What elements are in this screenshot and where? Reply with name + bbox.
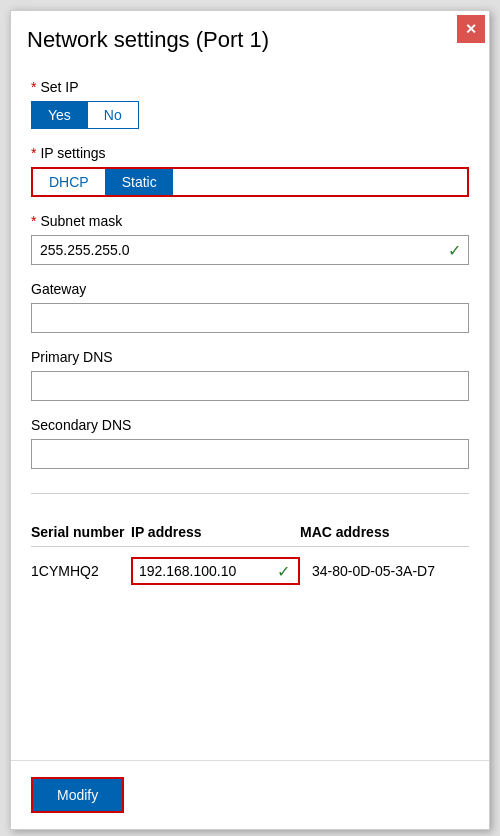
dialog-title: Network settings (Port 1) (27, 27, 269, 53)
modify-button[interactable]: Modify (31, 777, 124, 813)
mac-address-cell: 34-80-0D-05-3A-D7 (300, 563, 469, 579)
col-mac-header: MAC address (300, 524, 469, 540)
ip-settings-group: *IP settings DHCP Static (31, 145, 469, 197)
subnet-mask-wrapper: ✓ (31, 235, 469, 265)
secondary-dns-wrapper (31, 439, 469, 469)
close-icon: ✕ (465, 21, 477, 37)
set-ip-toggle: Yes No (31, 101, 469, 129)
primary-dns-label: Primary DNS (31, 349, 469, 365)
ip-address-value: 192.168.100.10 (139, 563, 292, 579)
subnet-mask-input[interactable] (31, 235, 469, 265)
gateway-group: Gateway (31, 281, 469, 333)
set-ip-group: *Set IP Yes No (31, 79, 469, 129)
subnet-mask-group: *Subnet mask ✓ (31, 213, 469, 265)
primary-dns-group: Primary DNS (31, 349, 469, 401)
static-button[interactable]: Static (106, 169, 173, 195)
set-ip-no-button[interactable]: No (87, 101, 139, 129)
primary-dns-wrapper (31, 371, 469, 401)
subnet-mask-label: *Subnet mask (31, 213, 469, 229)
col-serial-header: Serial number (31, 524, 131, 540)
gateway-input[interactable] (31, 303, 469, 333)
secondary-dns-input[interactable] (31, 439, 469, 469)
close-button[interactable]: ✕ (457, 15, 485, 43)
gateway-label: Gateway (31, 281, 469, 297)
dhcp-button[interactable]: DHCP (33, 169, 106, 195)
secondary-dns-group: Secondary DNS (31, 417, 469, 469)
device-table: Serial number IP address MAC address 1CY… (31, 518, 469, 595)
ip-address-cell: 192.168.100.10 ✓ (131, 557, 300, 585)
primary-dns-input[interactable] (31, 371, 469, 401)
network-settings-dialog: ✕ Network settings (Port 1) *Set IP Yes … (10, 10, 490, 830)
serial-number-cell: 1CYMHQ2 (31, 563, 131, 579)
ip-settings-label: *IP settings (31, 145, 469, 161)
table-row: 1CYMHQ2 192.168.100.10 ✓ 34-80-0D-05-3A-… (31, 547, 469, 595)
subnet-mask-checkmark: ✓ (448, 241, 461, 260)
footer: Modify (11, 760, 489, 829)
table-header: Serial number IP address MAC address (31, 518, 469, 547)
set-ip-label: *Set IP (31, 79, 469, 95)
ip-checkmark: ✓ (277, 562, 290, 581)
gateway-wrapper (31, 303, 469, 333)
secondary-dns-label: Secondary DNS (31, 417, 469, 433)
divider (31, 493, 469, 494)
set-ip-yes-button[interactable]: Yes (31, 101, 87, 129)
col-ip-header: IP address (131, 524, 300, 540)
ip-settings-toggle: DHCP Static (31, 167, 469, 197)
